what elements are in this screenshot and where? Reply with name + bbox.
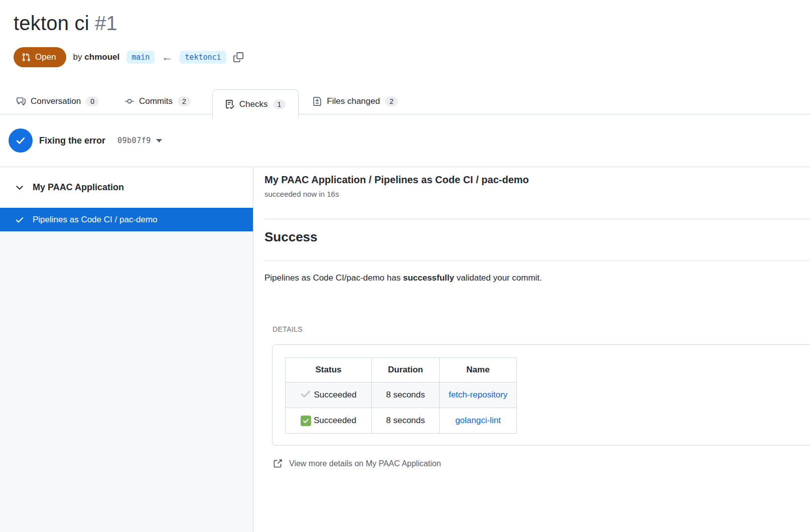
pr-title-text: tekton ci [14, 12, 89, 34]
page-title: tekton ci #1 [14, 12, 810, 35]
sidebar-item-label: Pipelines as Code CI / pac-demo [33, 215, 158, 225]
head-branch-label[interactable]: tektonci [180, 51, 226, 64]
copy-icon [233, 52, 243, 62]
sidebar-group-label: My PAAC Application [33, 182, 124, 193]
status-text: Succeeded [314, 416, 356, 426]
status-text: Succeeded [314, 390, 356, 400]
tab-counter: 2 [178, 96, 191, 106]
tab-commits[interactable]: Commits 2 [125, 88, 191, 114]
comment-discussion-icon [17, 97, 26, 106]
view-more-details-link[interactable]: View more details on My PAAC Application [273, 459, 810, 469]
tab-counter: 2 [385, 96, 398, 106]
branch-arrow: ← [162, 52, 173, 63]
check-run-title: My PAAC Application / Pipelines as Code … [264, 174, 810, 186]
divider [264, 260, 810, 261]
tab-label: Files changed [327, 96, 380, 106]
pr-number: #1 [95, 12, 117, 34]
check-result-heading: Success [264, 229, 810, 245]
check-run-status: succeeded now in 16s [264, 190, 810, 198]
pr-state-label: Open [35, 52, 56, 62]
check-summary: Pipelines as Code CI/pac-demo has succes… [264, 273, 810, 283]
base-branch-label[interactable]: main [126, 51, 155, 64]
tasks-table: Status Duration Name Succeeded 8 seconds… [285, 357, 517, 434]
tab-files-changed[interactable]: Files changed 2 [313, 88, 398, 114]
check-icon [15, 215, 24, 224]
tab-conversation[interactable]: Conversation 0 [17, 88, 99, 114]
git-pull-request-icon [22, 53, 31, 62]
commit-dropdown-caret[interactable] [156, 139, 162, 143]
column-header-name: Name [440, 358, 517, 382]
status-cell: Succeeded [286, 416, 371, 426]
pr-header: tekton ci #1 Open by chmouel main ← tekt… [0, 0, 810, 67]
details-label: DETAILS [273, 325, 810, 333]
sidebar-item-pac-demo[interactable]: Pipelines as Code CI / pac-demo [0, 208, 253, 231]
check-icon [15, 135, 26, 146]
pr-meta-row: Open by chmouel main ← tektonci [14, 47, 810, 67]
duration-cell: 8 seconds [372, 408, 440, 434]
column-header-status: Status [286, 358, 372, 382]
commit-sha[interactable]: 09b07f9 [117, 136, 151, 145]
tab-checks[interactable]: Checks 1 [212, 89, 299, 118]
pull-request-page: tekton ci #1 Open by chmouel main ← tekt… [0, 0, 810, 532]
checks-layout: My PAAC Application Pipelines as Code CI… [0, 167, 810, 532]
tab-counter: 0 [86, 96, 99, 106]
summary-prefix: Pipelines as Code CI/pac-demo has [264, 273, 403, 283]
summary-suffix: validated your commit. [454, 273, 542, 283]
copy-branch-button[interactable] [233, 52, 243, 62]
tab-label: Conversation [31, 96, 81, 106]
duration-cell: 8 seconds [372, 382, 440, 408]
task-link[interactable]: fetch-repository [449, 390, 507, 400]
table-row: Succeeded 8 seconds golangci-lint [286, 408, 517, 434]
green-check-icon [301, 416, 311, 426]
status-cell: Succeeded [286, 388, 371, 402]
commit-message: Fixing the error [39, 136, 105, 146]
tab-counter: 1 [273, 99, 286, 109]
byline-prefix: by [73, 52, 82, 62]
pr-author: chmouel [84, 52, 119, 62]
view-more-details-label: View more details on My PAAC Application [289, 459, 441, 468]
commit-success-badge [9, 128, 33, 153]
checklist-icon [225, 100, 234, 109]
check-detail-panel: My PAAC Application / Pipelines as Code … [253, 167, 810, 532]
tab-label: Checks [239, 99, 268, 109]
pr-byline: by chmouel [73, 52, 120, 62]
chevron-down-icon [15, 183, 24, 192]
task-link[interactable]: golangci-lint [455, 416, 501, 425]
table-header-row: Status Duration Name [286, 358, 517, 382]
pr-tab-bar: Conversation 0 Commits 2 Checks 1 Files … [0, 88, 810, 114]
table-row: Succeeded 8 seconds fetch-repository [286, 382, 517, 408]
file-diff-icon [313, 97, 322, 106]
sidebar-group-my-paac-application[interactable]: My PAAC Application [0, 167, 253, 208]
git-commit-icon [125, 97, 134, 106]
gray-check-icon [300, 388, 311, 402]
checks-sidebar: My PAAC Application Pipelines as Code CI… [0, 167, 253, 532]
external-link-icon [273, 459, 283, 469]
column-header-duration: Duration [372, 358, 440, 382]
details-card: Status Duration Name Succeeded 8 seconds… [272, 344, 810, 446]
divider [264, 219, 810, 219]
pr-state-badge: Open [14, 47, 66, 67]
commit-status-bar: Fixing the error 09b07f9 [0, 114, 810, 167]
summary-bold: successfully [403, 273, 454, 283]
tab-label: Commits [139, 96, 173, 106]
